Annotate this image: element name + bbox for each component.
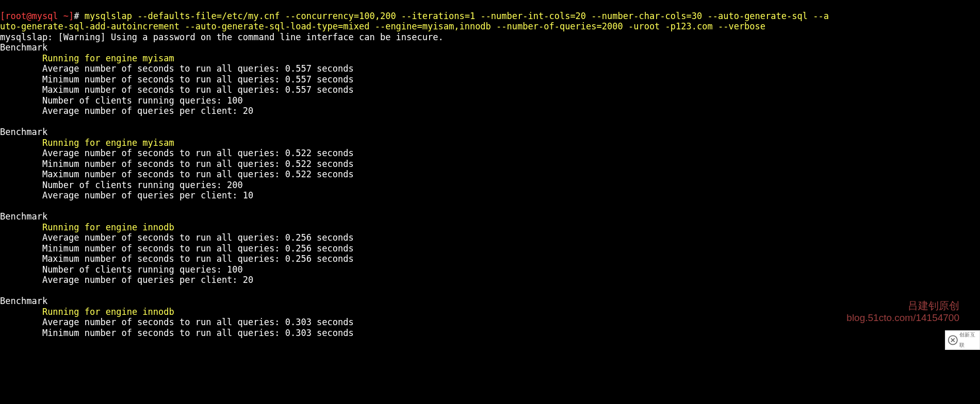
benchmark-heading: Benchmark (0, 211, 47, 222)
pad (0, 243, 42, 254)
pad (0, 169, 42, 179)
min-line: Minimum number of seconds to run all que… (42, 159, 354, 169)
max-line: Maximum number of seconds to run all que… (42, 254, 354, 264)
max-line: Maximum number of seconds to run all que… (42, 85, 354, 95)
pad (0, 317, 42, 327)
pad (0, 74, 42, 85)
benchmark-heading: Benchmark (0, 296, 47, 306)
pad (0, 63, 42, 74)
pad (0, 264, 42, 275)
engine-line: Running for engine myisam (42, 138, 174, 148)
pad (0, 180, 42, 190)
watermark: 吕建钊原创 blog.51cto.com/14154700 (846, 299, 959, 324)
max-line: Maximum number of seconds to run all que… (42, 169, 354, 179)
prompt-userhost: [root@mysql ~] (0, 11, 74, 21)
command-line-1: mysqlslap --defaults-file=/etc/my.cnf --… (85, 11, 829, 21)
pad (0, 53, 42, 63)
pad (0, 95, 42, 106)
min-line: Minimum number of seconds to run all que… (42, 243, 354, 254)
engine-line: Running for engine innodb (42, 222, 174, 232)
percli-line: Average number of queries per client: 20 (42, 106, 253, 116)
pad (0, 148, 42, 158)
benchmark-heading: Benchmark (0, 42, 47, 53)
percli-line: Average number of queries per client: 10 (42, 190, 253, 200)
watermark-line1: 吕建钊原创 (846, 299, 959, 312)
avg-line: Average number of seconds to run all que… (42, 148, 354, 158)
prompt-hash: # (74, 11, 84, 21)
clients-line: Number of clients running queries: 100 (42, 95, 243, 106)
logo-text: 创新互联 (959, 330, 979, 351)
pad (0, 254, 42, 264)
avg-line: Average number of seconds to run all que… (42, 317, 354, 327)
brand-logo: 创新互联 (945, 330, 980, 350)
clients-line: Number of clients running queries: 100 (42, 264, 243, 275)
min-line: Minimum number of seconds to run all que… (42, 328, 354, 338)
pad (0, 159, 42, 169)
avg-line: Average number of seconds to run all que… (42, 63, 354, 74)
pad (0, 85, 42, 95)
terminal-output[interactable]: [root@mysql ~]# mysqlslap --defaults-fil… (0, 0, 980, 338)
warning-line: mysqlslap: [Warning] Using a password on… (0, 32, 444, 42)
command-line-2: uto-generate-sql-add-autoincrement --aut… (0, 21, 765, 31)
pad (0, 307, 42, 317)
pad (0, 222, 42, 232)
percli-line: Average number of queries per client: 20 (42, 275, 253, 285)
watermark-line2: blog.51cto.com/14154700 (846, 312, 959, 324)
logo-icon (948, 334, 958, 346)
pad (0, 138, 42, 148)
benchmark-heading: Benchmark (0, 127, 47, 137)
engine-line: Running for engine myisam (42, 53, 174, 63)
pad (0, 232, 42, 243)
engine-line: Running for engine innodb (42, 307, 174, 317)
pad (0, 275, 42, 285)
pad (0, 190, 42, 200)
pad (0, 328, 42, 338)
avg-line: Average number of seconds to run all que… (42, 232, 354, 243)
pad (0, 106, 42, 116)
clients-line: Number of clients running queries: 200 (42, 180, 243, 190)
min-line: Minimum number of seconds to run all que… (42, 74, 354, 85)
